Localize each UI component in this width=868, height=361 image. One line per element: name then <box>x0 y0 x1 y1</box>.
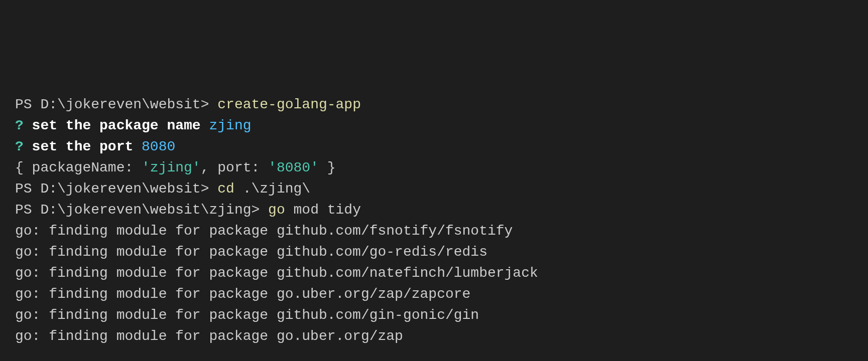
object-open: { <box>15 160 32 175</box>
object-key: packageName: <box>32 160 142 175</box>
terminal-line-8: go: finding module for package github.co… <box>15 242 853 263</box>
terminal-line-10: go: finding module for package go.uber.o… <box>15 284 853 305</box>
command: create-golang-app <box>217 97 361 112</box>
prompt-answer: 8080 <box>142 139 175 154</box>
terminal-output[interactable]: PS D:\jokereven\websit> create-golang-ap… <box>15 94 853 347</box>
question-mark-icon: ? <box>15 118 24 133</box>
object-value: 'zjing' <box>142 160 201 175</box>
terminal-line-11: go: finding module for package github.co… <box>15 305 853 326</box>
command: go <box>268 202 285 218</box>
prompt-path: D:\jokereven\websit <box>40 181 200 197</box>
terminal-line-9: go: finding module for package github.co… <box>15 263 853 284</box>
prompt-question: set the package name <box>24 118 209 133</box>
prompt-arrow: > <box>201 181 218 197</box>
command-arg: mod tidy <box>285 202 361 218</box>
prompt-path: D:\jokereven\websit <box>40 97 200 112</box>
comma: , <box>201 160 218 175</box>
terminal-line-7: go: finding module for package github.co… <box>15 221 853 242</box>
command-arg: .\zjing\ <box>234 181 310 197</box>
prompt-arrow: > <box>201 97 218 112</box>
object-key: port: <box>217 160 268 175</box>
terminal-line-6: PS D:\jokereven\websit\zjing> go mod tid… <box>15 200 853 221</box>
terminal-line-1: PS D:\jokereven\websit> create-golang-ap… <box>15 94 853 115</box>
prompt-arrow: > <box>252 202 269 218</box>
prompt-path: D:\jokereven\websit\zjing <box>40 202 251 218</box>
terminal-line-2: ? set the package name zjing <box>15 115 853 136</box>
question-mark-icon: ? <box>15 139 24 154</box>
terminal-line-4: { packageName: 'zjing', port: '8080' } <box>15 157 853 178</box>
prompt-answer: zjing <box>209 118 251 133</box>
prompt-question: set the port <box>24 139 142 154</box>
ps-prefix: PS <box>15 202 40 218</box>
command: cd <box>217 181 234 197</box>
object-close: } <box>319 160 336 175</box>
ps-prefix: PS <box>15 181 40 197</box>
object-value: '8080' <box>268 160 319 175</box>
terminal-line-5: PS D:\jokereven\websit> cd .\zjing\ <box>15 178 853 200</box>
terminal-line-12: go: finding module for package go.uber.o… <box>15 326 853 347</box>
terminal-line-3: ? set the port 8080 <box>15 136 853 157</box>
ps-prefix: PS <box>15 97 40 112</box>
